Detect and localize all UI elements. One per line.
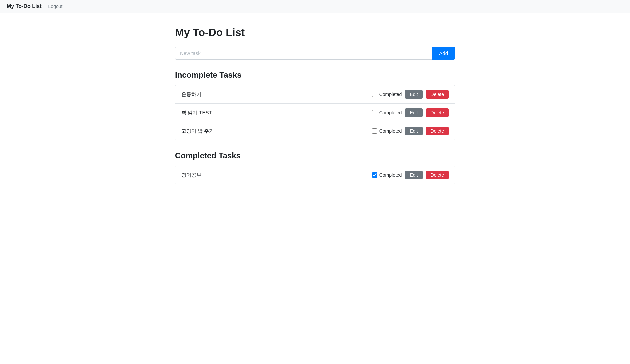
add-task-button[interactable]: Add	[432, 47, 455, 60]
delete-button[interactable]: Delete	[426, 171, 449, 179]
completed-label-text: Completed	[379, 110, 402, 115]
new-task-row: Add	[175, 47, 455, 60]
task-item: 책 읽기 TESTCompletedEditDelete	[175, 104, 455, 122]
task-name: 고양이 밥 주기	[181, 128, 372, 134]
navbar: My To-Do List Logout	[0, 0, 630, 13]
completed-checkbox[interactable]	[372, 172, 377, 178]
completed-checkbox[interactable]	[372, 110, 377, 115]
navbar-brand: My To-Do List	[7, 3, 42, 9]
task-controls: CompletedEditDelete	[372, 90, 449, 99]
completed-task-list: 영어공부CompletedEditDelete	[175, 166, 455, 184]
page-title: My To-Do List	[175, 26, 455, 39]
delete-button[interactable]: Delete	[426, 90, 449, 99]
main-content: My To-Do List Add Incomplete Tasks 운동하기C…	[168, 13, 462, 208]
edit-button[interactable]: Edit	[405, 108, 422, 117]
completed-label[interactable]: Completed	[372, 172, 402, 178]
edit-button[interactable]: Edit	[405, 127, 422, 135]
completed-label[interactable]: Completed	[372, 110, 402, 115]
task-name: 영어공부	[181, 172, 372, 178]
task-controls: CompletedEditDelete	[372, 108, 449, 117]
logout-button[interactable]: Logout	[48, 4, 63, 9]
completed-label-text: Completed	[379, 128, 402, 134]
task-item: 고양이 밥 주기CompletedEditDelete	[175, 122, 455, 140]
completed-label-text: Completed	[379, 172, 402, 178]
completed-checkbox[interactable]	[372, 128, 377, 134]
completed-checkbox[interactable]	[372, 92, 377, 97]
completed-label[interactable]: Completed	[372, 92, 402, 97]
task-controls: CompletedEditDelete	[372, 171, 449, 179]
edit-button[interactable]: Edit	[405, 90, 422, 99]
new-task-input[interactable]	[175, 47, 432, 60]
task-controls: CompletedEditDelete	[372, 127, 449, 135]
task-item: 운동하기CompletedEditDelete	[175, 85, 455, 104]
task-name: 운동하기	[181, 91, 372, 98]
delete-button[interactable]: Delete	[426, 108, 449, 117]
task-item: 영어공부CompletedEditDelete	[175, 166, 455, 184]
incomplete-section-title: Incomplete Tasks	[175, 70, 455, 80]
task-name: 책 읽기 TEST	[181, 110, 372, 116]
completed-label-text: Completed	[379, 92, 402, 97]
completed-section-title: Completed Tasks	[175, 151, 455, 160]
completed-label[interactable]: Completed	[372, 128, 402, 134]
delete-button[interactable]: Delete	[426, 127, 449, 135]
incomplete-task-list: 운동하기CompletedEditDelete책 읽기 TESTComplete…	[175, 85, 455, 140]
edit-button[interactable]: Edit	[405, 171, 422, 179]
